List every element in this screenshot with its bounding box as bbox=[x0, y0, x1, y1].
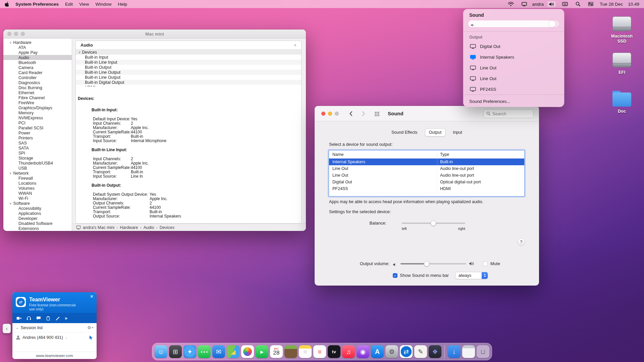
more-tools-icon[interactable]: » bbox=[65, 315, 67, 321]
dock-finder[interactable]: ☺ bbox=[155, 345, 167, 358]
close-icon[interactable]: ✕ bbox=[90, 294, 94, 299]
session-row-andres[interactable]: Andres (464 900 431) ⌄ bbox=[12, 333, 97, 343]
desktop-icon-efi[interactable]: EFI bbox=[606, 53, 637, 75]
sidebar-item-disabled-software[interactable]: Disabled Software bbox=[3, 221, 72, 226]
sidebar-item-thunderbolt-usb4[interactable]: Thunderbolt/USB4 bbox=[3, 161, 72, 166]
output-device-row-line-out[interactable]: Line OutAudio line-out port bbox=[329, 172, 524, 179]
search-icon[interactable] bbox=[574, 1, 582, 7]
help-button[interactable]: ? bbox=[518, 238, 525, 245]
dock-trash[interactable]: ⊔ bbox=[477, 345, 489, 358]
menu-item-help[interactable]: Help bbox=[118, 2, 127, 7]
devices-tree-root-row[interactable]: ∨Devices bbox=[76, 50, 301, 55]
dock-system-preferences[interactable]: ⚙ bbox=[385, 345, 398, 358]
show-sound-menubar-checkbox[interactable]: ✓ bbox=[393, 273, 397, 278]
dock-reminders[interactable]: ≡ bbox=[313, 345, 326, 358]
teamviewer-footer-link[interactable]: www.teamviewer.com bbox=[12, 352, 97, 359]
minimize-button[interactable] bbox=[328, 112, 332, 116]
remote-cursor-icon[interactable] bbox=[89, 335, 93, 340]
dock-app-brown-cube[interactable] bbox=[284, 345, 297, 358]
sidebar-item-printers[interactable]: Printers bbox=[3, 135, 72, 140]
sidebar-group-software[interactable]: ∨Software bbox=[3, 201, 72, 206]
sidebar-item-ethernet[interactable]: Ethernet bbox=[3, 90, 72, 95]
breadcrumb-item-andra-s-mac-mini[interactable]: andra's Mac mini bbox=[83, 225, 114, 230]
tab-input[interactable]: Input bbox=[449, 128, 466, 136]
sidebar-item-sata[interactable]: SATA bbox=[3, 145, 72, 150]
sidebar-item-accessibility[interactable]: Accessibility bbox=[3, 206, 72, 211]
dock-facetime[interactable]: ▸ bbox=[256, 345, 268, 358]
sidebar-item-usb[interactable]: USB bbox=[3, 166, 72, 171]
zoom-button[interactable] bbox=[335, 112, 339, 116]
popover-device-pf24ss[interactable]: PF24SS bbox=[463, 84, 564, 95]
headset-icon[interactable] bbox=[26, 316, 31, 320]
menu-item-system-preferences[interactable]: System Preferences bbox=[15, 2, 59, 7]
sidebar-item-wi-fi[interactable]: Wi-Fi bbox=[3, 196, 72, 201]
menubar-frequency-dropdown[interactable]: always bbox=[455, 272, 488, 279]
sidebar-item-sas[interactable]: SAS bbox=[3, 140, 72, 145]
sidebar-item-pci[interactable]: PCI bbox=[3, 120, 72, 125]
menu-date[interactable]: Tue 28 Dec bbox=[600, 2, 623, 7]
volume-icon[interactable] bbox=[547, 1, 556, 7]
menu-item-edit[interactable]: Edit bbox=[65, 2, 73, 7]
chat-icon[interactable] bbox=[36, 316, 41, 320]
mute-checkbox[interactable] bbox=[483, 261, 488, 266]
breadcrumb-item-devices[interactable]: Devices bbox=[160, 225, 174, 230]
popover-device-line-out[interactable]: Line Out bbox=[463, 73, 564, 84]
dock-maps[interactable]: ◢ bbox=[227, 345, 239, 358]
breadcrumb-item-hardware[interactable]: Hardware bbox=[120, 225, 138, 230]
dock-messages[interactable]: … bbox=[198, 345, 211, 358]
sidebar-item-card-reader[interactable]: Card Reader bbox=[3, 70, 72, 75]
menu-item-view[interactable]: View bbox=[79, 2, 89, 7]
dock-safari[interactable]: ✦ bbox=[183, 345, 196, 358]
sidebar-item-parallel-scsi[interactable]: Parallel SCSI bbox=[3, 125, 72, 130]
keyboard-icon[interactable] bbox=[561, 1, 569, 7]
sidebar-item-diagnostics[interactable]: Diagnostics bbox=[3, 80, 72, 85]
desktop-icon-macintosh-ssd[interactable]: Macintosh SSD bbox=[606, 16, 637, 44]
balance-slider-knob[interactable] bbox=[431, 221, 436, 226]
dock-minimized-window[interactable] bbox=[462, 345, 475, 358]
device-row-built-in-line-output[interactable]: Built-in Line Output bbox=[76, 70, 301, 75]
popover-device-line-out[interactable]: Line Out bbox=[463, 62, 564, 73]
column-header-name[interactable]: Name bbox=[329, 152, 437, 157]
gear-icon[interactable]: ⚙ bbox=[87, 325, 91, 330]
wifi-icon[interactable] bbox=[506, 1, 515, 7]
forward-button[interactable] bbox=[360, 110, 368, 117]
output-device-row-line-out[interactable]: Line OutAudio line-out port bbox=[329, 165, 524, 172]
menu-extra-icon[interactable] bbox=[520, 1, 528, 7]
output-device-row-internal-speakers[interactable]: Internal SpeakersBuilt-in bbox=[329, 159, 524, 165]
sidebar-item-fibre-channel[interactable]: Fibre Channel bbox=[3, 95, 72, 100]
dock-podcasts[interactable]: ◉ bbox=[357, 345, 369, 358]
output-device-table[interactable]: NameTypeInternal SpeakersBuilt-inLine Ou… bbox=[329, 150, 525, 196]
sidebar-item-graphics-displays[interactable]: Graphics/Displays bbox=[3, 105, 72, 110]
popover-device-internal-speakers[interactable]: Internal Speakers bbox=[463, 52, 564, 62]
sidebar-item-audio[interactable]: Audio bbox=[3, 55, 72, 60]
search-field[interactable]: Search bbox=[483, 109, 534, 118]
sidebar-item-storage[interactable]: Storage bbox=[3, 156, 72, 161]
sidebar-item-locations[interactable]: Locations bbox=[3, 181, 72, 186]
user-name[interactable]: andra bbox=[532, 2, 544, 7]
sidebar-item-nvmexpress[interactable]: NVMExpress bbox=[3, 115, 72, 120]
video-call-icon[interactable] bbox=[16, 316, 21, 320]
sound-preferences-link[interactable]: Sound Preferences... bbox=[463, 96, 564, 107]
menu-item-window[interactable]: Window bbox=[95, 2, 111, 7]
audio-section-header[interactable]: Audio ∧ bbox=[76, 41, 301, 50]
show-all-grid-icon[interactable] bbox=[373, 111, 381, 117]
sidebar-item-bluetooth[interactable]: Bluetooth bbox=[3, 60, 72, 65]
sidebar-item-applications[interactable]: Applications bbox=[3, 211, 72, 216]
dock-notes[interactable]: ≡ bbox=[299, 345, 312, 358]
sidebar-item-controller[interactable]: Controller bbox=[3, 75, 72, 80]
apple-menu[interactable] bbox=[5, 2, 9, 7]
dock-calendar[interactable]: DEC28 bbox=[270, 345, 283, 358]
sidebar-item-power[interactable]: Power bbox=[3, 130, 72, 135]
sidebar-item-spi[interactable]: SPI bbox=[3, 150, 72, 156]
close-button[interactable] bbox=[321, 112, 325, 116]
dock-downloads[interactable]: ↓ bbox=[448, 345, 461, 358]
sidebar-item-memory[interactable]: Memory bbox=[3, 110, 72, 115]
popover-device-digital-out[interactable]: Digital Out bbox=[463, 41, 564, 52]
sound-toolbar[interactable]: Sound Search bbox=[315, 106, 539, 121]
control-center-icon[interactable] bbox=[587, 1, 595, 7]
dock-photos[interactable] bbox=[241, 345, 254, 358]
dock-mail[interactable]: ✉ bbox=[212, 345, 225, 358]
breadcrumb-item-audio[interactable]: Audio bbox=[144, 225, 154, 230]
dock-app-pencil[interactable]: ✎ bbox=[414, 345, 427, 358]
dock-tv[interactable]: tv bbox=[328, 345, 340, 358]
